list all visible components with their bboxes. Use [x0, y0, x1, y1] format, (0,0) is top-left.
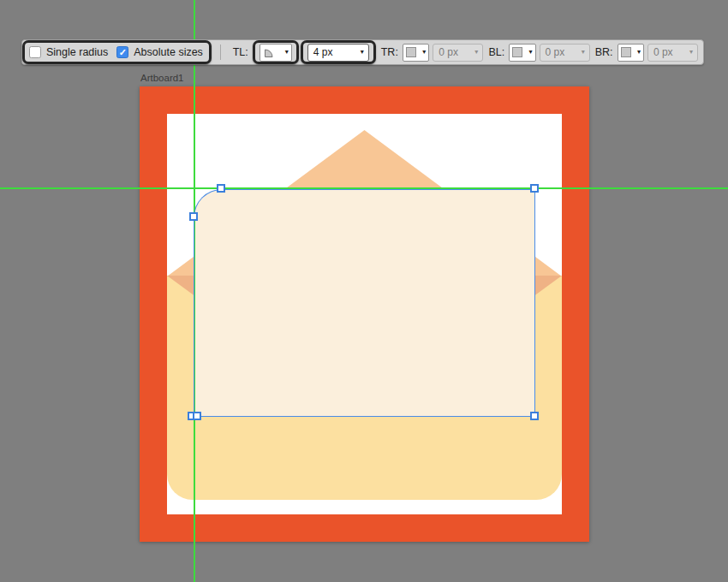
selection-handle-tl-top[interactable]: [217, 184, 225, 193]
chevron-down-icon: ▾: [361, 49, 364, 56]
selection-edge-bottom[interactable]: [194, 416, 534, 418]
chevron-down-icon: ▾: [529, 49, 533, 56]
chevron-down-icon: ▾: [582, 49, 585, 56]
tr-label: TR:: [381, 46, 398, 58]
bl-corner-type-dropdown[interactable]: ▾: [509, 44, 535, 62]
checkbox-group-highlight: Single radius ✓ Absolute sizes: [22, 40, 212, 64]
chevron-down-icon: ▾: [474, 49, 478, 56]
toolbar-separator: [220, 45, 221, 60]
artboard-title[interactable]: Artboard1: [140, 73, 184, 83]
tl-radius-highlight: 4 px ▾: [301, 40, 376, 64]
corner-tool-context-toolbar: Single radius ✓ Absolute sizes TL: ▾ 4 p…: [21, 39, 704, 65]
tl-radius-value: 4 px: [313, 46, 333, 58]
chevron-down-icon: ▾: [689, 49, 693, 56]
chevron-down-icon: ▾: [637, 49, 641, 56]
selection-handle-br[interactable]: [530, 412, 539, 420]
tl-corner-type-highlight: ▾: [253, 40, 299, 64]
selection-edge-left[interactable]: [194, 217, 195, 416]
selection-handle-tr[interactable]: [530, 184, 539, 193]
square-corner-icon: [512, 47, 522, 57]
tr-radius-input[interactable]: 0 px ▾: [433, 44, 483, 62]
single-radius-label: Single radius: [46, 46, 108, 58]
square-corner-icon: [406, 47, 416, 57]
tr-corner-type-dropdown[interactable]: ▾: [403, 44, 429, 62]
bl-radius-value: 0 px: [546, 46, 565, 58]
chevron-down-icon: ▾: [285, 49, 289, 56]
selection-edge-right[interactable]: [534, 189, 536, 416]
rounded-corner-icon: [263, 46, 275, 58]
absolute-sizes-checkbox[interactable]: ✓: [116, 46, 128, 58]
selection-handle-bl[interactable]: [193, 412, 201, 420]
tr-radius-value: 0 px: [439, 46, 458, 58]
selection-edge-top[interactable]: [221, 189, 534, 191]
app-canvas: Artboard1 Single radius ✓ Absolute sizes…: [0, 0, 728, 582]
single-radius-checkbox[interactable]: [29, 46, 41, 58]
br-radius-value: 0 px: [653, 46, 673, 58]
br-corner-type-dropdown[interactable]: ▾: [618, 44, 644, 62]
bl-label: BL:: [488, 46, 504, 58]
square-corner-icon: [621, 47, 631, 57]
tl-corner-type-dropdown[interactable]: ▾: [260, 44, 292, 62]
br-radius-input[interactable]: 0 px ▾: [647, 44, 698, 62]
tl-label: TL:: [233, 46, 248, 58]
br-label: BR:: [595, 46, 613, 58]
absolute-sizes-label: Absolute sizes: [134, 46, 203, 58]
selection-handle-tl-left[interactable]: [189, 212, 198, 221]
letter-rectangle-selected[interactable]: [194, 189, 534, 416]
chevron-down-icon: ▾: [422, 49, 426, 56]
bl-radius-input[interactable]: 0 px ▾: [540, 44, 590, 62]
tl-radius-input[interactable]: 4 px ▾: [307, 44, 369, 62]
